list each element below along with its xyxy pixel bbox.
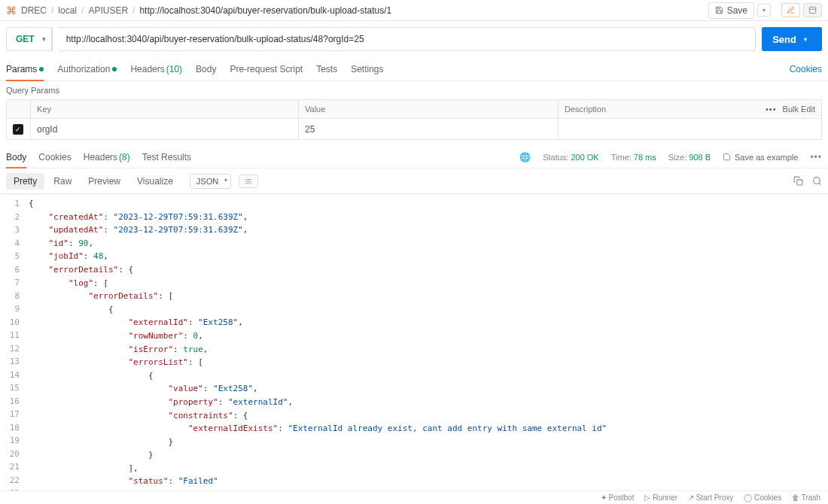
view-raw[interactable]: Raw [46,173,79,190]
save-icon [715,6,723,14]
method-select[interactable]: GET [7,28,52,50]
tab-params[interactable]: Params [6,57,44,80]
svg-point-6 [814,178,820,184]
save-dropdown[interactable]: ▾ [757,4,771,17]
tab-tests[interactable]: Tests [316,57,337,80]
footer-postbot[interactable]: ✦ Postbot [601,493,635,502]
resp-tab-headers[interactable]: Headers (8) [84,146,130,168]
chevron-down-icon: ▾ [804,36,807,43]
save-icon [723,153,731,161]
query-params-heading: Query Params [0,81,828,99]
resp-tab-tests[interactable]: Test Results [142,146,191,168]
app-logo-icon: ⌘ [6,5,17,17]
crumb-2[interactable]: APIUSER [88,5,128,16]
share-button[interactable] [781,3,800,17]
more-icon[interactable]: ••• [810,152,822,162]
tab-authorization[interactable]: Authorization [57,57,117,80]
modified-dot-icon [112,67,117,71]
status-code: Status:200 OK [543,153,599,162]
wrap-toggle[interactable] [239,175,258,188]
col-value: Value [299,100,559,119]
param-value[interactable]: 25 [299,119,559,140]
bulk-edit-link[interactable]: Bulk Edit [783,105,815,114]
col-description: Description ••• Bulk Edit [559,100,822,119]
globe-icon: 🌐 [519,152,531,162]
footer-trash[interactable]: 🗑 Trash [792,493,820,502]
resp-tab-body[interactable]: Body [6,146,26,168]
view-pretty[interactable]: Pretty [6,173,44,190]
edit-icon [787,6,795,14]
response-body[interactable]: 1234567891011121314151617181920212223242… [0,194,828,490]
view-visualize[interactable]: Visualize [129,173,181,190]
crumb-0[interactable]: DREC [21,5,47,16]
search-icon[interactable] [812,176,822,186]
modified-dot-icon [39,67,44,71]
breadcrumb: DREC/ local/ APIUSER/ http://localhost:3… [21,5,704,16]
chevron-down-icon: ▾ [763,7,766,14]
url-input[interactable] [59,27,756,51]
send-button[interactable]: Send▾ [762,27,822,51]
checkbox-checked-icon[interactable]: ✓ [13,124,23,135]
svg-rect-0 [809,7,815,13]
svg-line-7 [819,183,820,184]
param-description[interactable] [559,119,822,140]
status-size: Size:908 B [668,153,711,162]
expand-button[interactable] [803,3,822,17]
layout-icon [808,6,817,14]
tab-headers[interactable]: Headers (10) [130,57,182,80]
tab-prerequest[interactable]: Pre-request Script [230,57,303,80]
footer-proxy[interactable]: ↗ Start Proxy [688,493,733,502]
status-time: Time:78 ms [611,153,656,162]
footer-cookies[interactable]: ◯ Cookies [744,493,781,502]
save-button[interactable]: Save [708,2,754,19]
wrap-icon [244,178,253,185]
more-icon[interactable]: ••• [766,105,777,114]
param-key[interactable]: orgId [31,119,299,140]
resp-tab-cookies[interactable]: Cookies [38,146,71,168]
svg-rect-5 [797,180,802,185]
copy-icon[interactable] [793,176,803,186]
tab-body[interactable]: Body [196,57,216,80]
view-preview[interactable]: Preview [81,173,128,190]
params-table: Key Value Description ••• Bulk Edit ✓ or… [6,99,822,140]
crumb-1[interactable]: local [58,5,77,16]
save-example-button[interactable]: Save as example [723,153,798,162]
tab-settings[interactable]: Settings [351,57,383,80]
col-key: Key [31,100,299,119]
format-select[interactable]: JSON [190,174,231,189]
table-row[interactable]: ✓ orgId 25 [7,119,822,140]
cookies-link[interactable]: Cookies [790,64,822,74]
crumb-current: http://localhost:3040/api/buyer-reservat… [139,5,391,16]
footer-runner[interactable]: ▷ Runner [644,493,677,502]
